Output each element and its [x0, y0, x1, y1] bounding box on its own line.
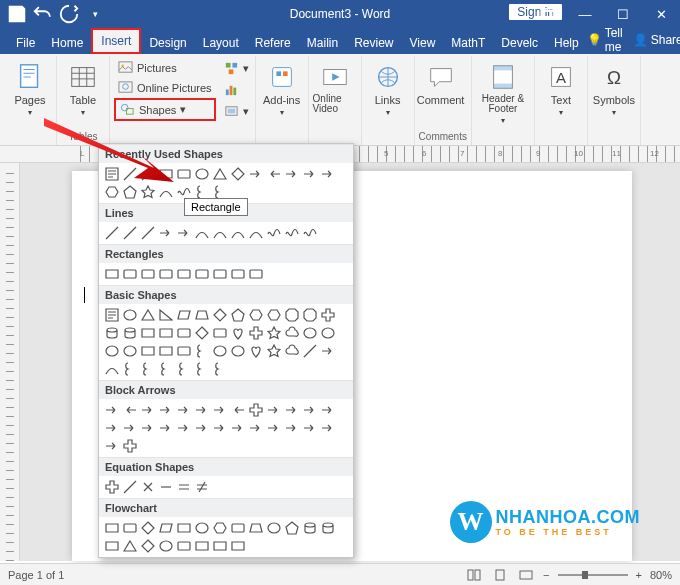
shape-option[interactable] — [139, 419, 157, 437]
shape-option[interactable] — [229, 537, 247, 555]
shape-option[interactable] — [157, 306, 175, 324]
shape-option[interactable] — [229, 419, 247, 437]
shape-option[interactable] — [157, 478, 175, 496]
shape-option[interactable] — [175, 360, 193, 378]
smartart-icon[interactable]: ▾ — [222, 59, 251, 78]
shape-option[interactable] — [301, 324, 319, 342]
shape-option[interactable] — [175, 165, 193, 183]
shape-option[interactable] — [103, 437, 121, 455]
tab-design[interactable]: Design — [141, 32, 194, 54]
shape-option[interactable] — [247, 265, 265, 283]
shape-option[interactable] — [193, 419, 211, 437]
shape-option[interactable] — [103, 306, 121, 324]
pages-button[interactable]: Pages▾ — [8, 58, 52, 117]
shape-option[interactable] — [121, 401, 139, 419]
shape-option[interactable] — [121, 306, 139, 324]
shape-option[interactable] — [103, 224, 121, 242]
shape-option[interactable] — [175, 519, 193, 537]
addins-button[interactable]: Add-ins▾ — [260, 58, 304, 117]
shape-option[interactable] — [103, 342, 121, 360]
zoom-in[interactable]: + — [636, 569, 642, 581]
shape-option[interactable] — [247, 342, 265, 360]
shape-option[interactable] — [193, 265, 211, 283]
shape-option[interactable] — [175, 265, 193, 283]
shape-option[interactable] — [211, 519, 229, 537]
shape-option[interactable] — [139, 224, 157, 242]
shape-option[interactable] — [193, 537, 211, 555]
shape-option[interactable] — [211, 224, 229, 242]
shape-option[interactable] — [103, 478, 121, 496]
shape-option[interactable] — [211, 324, 229, 342]
shape-option[interactable] — [157, 324, 175, 342]
minimize-icon[interactable]: — — [566, 0, 604, 28]
shapes-button[interactable]: Shapes▾ — [114, 98, 216, 121]
shape-option[interactable] — [139, 265, 157, 283]
zoom-slider[interactable] — [558, 574, 628, 576]
shape-option[interactable] — [193, 478, 211, 496]
shape-option[interactable] — [121, 224, 139, 242]
symbols-button[interactable]: ΩSymbols▾ — [592, 58, 636, 117]
tab-help[interactable]: Help — [546, 32, 587, 54]
online-pictures-button[interactable]: Online Pictures — [114, 78, 216, 97]
shape-option[interactable] — [265, 342, 283, 360]
shape-option[interactable] — [175, 224, 193, 242]
tab-home[interactable]: Home — [43, 32, 91, 54]
ribbon-options-icon[interactable] — [528, 0, 566, 28]
web-layout-icon[interactable] — [517, 567, 535, 583]
shape-option[interactable] — [121, 419, 139, 437]
shape-option[interactable] — [139, 324, 157, 342]
shape-option[interactable] — [193, 306, 211, 324]
shape-option[interactable] — [211, 537, 229, 555]
shape-option[interactable] — [121, 265, 139, 283]
shape-option[interactable] — [319, 342, 337, 360]
shape-option[interactable] — [229, 401, 247, 419]
shape-option[interactable] — [157, 519, 175, 537]
shape-option[interactable] — [247, 224, 265, 242]
shape-option[interactable] — [265, 401, 283, 419]
shape-option[interactable] — [103, 519, 121, 537]
shape-option[interactable] — [193, 324, 211, 342]
shape-option[interactable] — [157, 342, 175, 360]
shape-option[interactable] — [121, 360, 139, 378]
shape-option[interactable] — [139, 401, 157, 419]
shape-option[interactable] — [157, 419, 175, 437]
shape-option[interactable] — [283, 342, 301, 360]
qat-dropdown-icon[interactable]: ▾ — [84, 3, 106, 25]
shape-option[interactable] — [229, 224, 247, 242]
pictures-button[interactable]: Pictures — [114, 58, 216, 77]
links-button[interactable]: Links▾ — [366, 58, 410, 117]
shape-option[interactable] — [229, 165, 247, 183]
shape-option[interactable] — [211, 360, 229, 378]
shape-option[interactable] — [211, 419, 229, 437]
shape-option[interactable] — [175, 537, 193, 555]
tab-developer[interactable]: Develc — [493, 32, 546, 54]
shape-option[interactable] — [283, 519, 301, 537]
shape-option[interactable] — [121, 478, 139, 496]
shape-option[interactable] — [103, 165, 121, 183]
shape-option[interactable] — [175, 324, 193, 342]
shape-option[interactable] — [139, 478, 157, 496]
shape-option[interactable] — [319, 306, 337, 324]
header-footer-button[interactable]: Header & Footer▾ — [476, 58, 530, 125]
shape-option[interactable] — [247, 401, 265, 419]
tab-layout[interactable]: Layout — [195, 32, 247, 54]
shape-option[interactable] — [247, 324, 265, 342]
shape-option[interactable] — [211, 165, 229, 183]
shape-option[interactable] — [319, 401, 337, 419]
shape-option[interactable] — [301, 224, 319, 242]
shape-option[interactable] — [139, 360, 157, 378]
shape-option[interactable] — [211, 265, 229, 283]
shape-option[interactable] — [139, 537, 157, 555]
shape-option[interactable] — [193, 519, 211, 537]
undo-icon[interactable] — [32, 3, 54, 25]
shape-option[interactable] — [103, 419, 121, 437]
shape-option[interactable] — [157, 401, 175, 419]
table-button[interactable]: Table▾ — [61, 58, 105, 117]
shape-option[interactable] — [229, 519, 247, 537]
shape-option[interactable] — [265, 419, 283, 437]
tab-references[interactable]: Refere — [247, 32, 299, 54]
shape-option[interactable] — [175, 401, 193, 419]
shape-option[interactable] — [247, 306, 265, 324]
shape-option[interactable] — [265, 519, 283, 537]
shape-option[interactable] — [211, 401, 229, 419]
